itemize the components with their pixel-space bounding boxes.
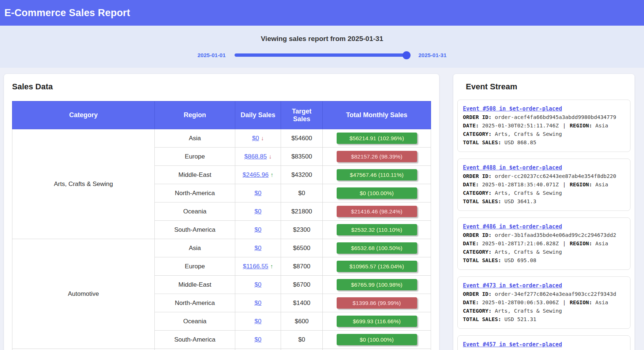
daily-sales-link[interactable]: $0 [252, 135, 259, 142]
target-sales-cell: $600 [281, 312, 323, 331]
target-sales-cell: $6500 [281, 239, 323, 257]
event-date-region-line: DATE: 2025-01-28T18:35:40.071Z | REGION:… [463, 180, 625, 189]
column-header-region: Region [155, 101, 235, 129]
target-sales-cell: $8700 [281, 257, 323, 276]
monthly-sales-badge: $56214.91 (102.96%) [337, 133, 417, 144]
daily-sales-cell: $0 [235, 184, 281, 202]
trend-up-icon: ↑ [270, 263, 273, 269]
empty-cell [12, 349, 155, 350]
monthly-sales-badge: $0 (100.00%) [337, 187, 417, 199]
monthly-sales-badge: $699.93 (116.66%) [337, 316, 417, 327]
trend-down-icon: ↓ [261, 135, 264, 141]
total-sales-label: TOTAL SALES: [463, 316, 501, 322]
target-sales-cell: $6700 [281, 276, 323, 294]
column-header-daily-sales: Daily Sales [235, 101, 281, 129]
date-label: DATE: [463, 182, 479, 187]
column-header-category: Category [12, 101, 155, 129]
event-link[interactable]: Event #473 in $et-order-placed [463, 282, 562, 290]
event-total-sales-line: TOTAL SALES: USD 521.31 [463, 315, 625, 324]
event-link[interactable]: Event #486 in $et-order-placed [463, 223, 562, 231]
slider-heading: Viewing sales report from 2025-01-31 [0, 26, 644, 43]
monthly-sales-cell: $47567.46 (110.11%) [323, 166, 431, 184]
daily-sales-link[interactable]: $2465.96 [243, 171, 269, 178]
daily-sales-link[interactable]: $1166.55 [243, 263, 269, 270]
daily-sales-link[interactable]: $0 [255, 245, 262, 252]
total-sales-label: TOTAL SALES: [463, 198, 501, 204]
column-header-target-sales: Target Sales [281, 101, 323, 129]
event-category-line: CATEGORY: Arts, Crafts & Sewing [463, 130, 625, 138]
target-sales-cell: $54600 [281, 129, 323, 148]
region-cell: Europe [155, 257, 235, 276]
event-date-region-line: DATE: 2025-01-28T17:21:06.828Z | REGION:… [463, 239, 625, 248]
event-total-sales-line: TOTAL SALES: USD 3641.3 [463, 197, 625, 206]
monthly-sales-badge: $10965.57 (126.04%) [337, 261, 417, 272]
event-stream-panel: Event Stream Event #508 in $et-order-pla… [453, 74, 634, 350]
separator: | [562, 241, 567, 246]
category-cell: Automotive [12, 239, 155, 349]
daily-sales-cell: $0 [235, 202, 281, 221]
date-slider[interactable] [235, 53, 410, 57]
slider-min-label: 2025-01-01 [198, 52, 226, 58]
daily-sales-cell: $0↓ [235, 129, 281, 148]
monthly-sales-cell: $0 (100.00%) [323, 331, 431, 349]
daily-sales-cell: $0 [235, 331, 281, 349]
monthly-sales-badge: $0 (100.00%) [337, 334, 417, 345]
region-label: REGION: [570, 182, 592, 187]
event-category-line: CATEGORY: Arts, Crafts & Sewing [463, 189, 625, 197]
order-id-label: ORDER ID: [463, 114, 492, 120]
event-category-line: CATEGORY: Arts, Crafts & Sewing [463, 307, 625, 315]
slider-thumb[interactable] [402, 51, 411, 59]
event-card: Event #508 in $et-order-placedORDER ID: … [457, 100, 630, 152]
table-row: Arts, Crafts & SewingAsia$0↓$54600$56214… [12, 129, 431, 148]
monthly-sales-badge: $6765.99 (100.98%) [337, 279, 417, 290]
event-card: Event #488 in $et-order-placedORDER ID: … [457, 159, 630, 211]
order-id-label: ORDER ID: [463, 291, 492, 297]
empty-cell [155, 349, 235, 350]
region-cell: Oceania [155, 202, 235, 221]
daily-sales-cell: $868.85↓ [235, 148, 281, 166]
category-label: CATEGORY: [463, 249, 492, 255]
date-slider-row: 2025-01-01 2025-01-31 [0, 52, 644, 58]
monthly-sales-badge: $2532.32 (110.10%) [337, 224, 417, 235]
event-link[interactable]: Event #488 in $et-order-placed [463, 164, 562, 172]
daily-sales-cell: $0 [235, 294, 281, 312]
empty-cell [281, 349, 323, 350]
event-order-id-line: ORDER ID: order-3b1faad35bde4e06ad99c2c2… [463, 231, 625, 239]
region-cell: Oceania [155, 312, 235, 331]
daily-sales-link[interactable]: $0 [255, 336, 262, 343]
page-title: E-Commerce Sales Report [4, 7, 130, 19]
separator: | [562, 182, 567, 187]
monthly-sales-cell: $21416.46 (98.24%) [323, 202, 431, 221]
separator: | [562, 299, 567, 305]
empty-cell [323, 349, 431, 350]
region-cell: South-America [155, 331, 235, 349]
category-label: CATEGORY: [463, 190, 492, 196]
daily-sales-link[interactable]: $0 [255, 299, 262, 306]
date-label: DATE: [463, 123, 479, 129]
event-date-region-line: DATE: 2025-01-30T02:51:11.746Z | REGION:… [463, 122, 625, 130]
target-sales-cell: $0 [281, 331, 323, 349]
target-sales-cell: $1400 [281, 294, 323, 312]
event-link[interactable]: Event #457 in $et-order-placed [463, 340, 562, 349]
daily-sales-link[interactable]: $0 [255, 208, 262, 215]
event-total-sales-line: TOTAL SALES: USD 695.08 [463, 256, 625, 265]
app-header: E-Commerce Sales Report [0, 0, 644, 26]
event-category-line: CATEGORY: Arts, Crafts & Sewing [463, 248, 625, 256]
daily-sales-link[interactable]: $0 [255, 318, 262, 325]
monthly-sales-cell: $1399.86 (99.99%) [323, 294, 431, 312]
region-cell: South-America [155, 221, 235, 239]
event-order-id-line: ORDER ID: order-cc20237cc62443ee87ab4e35… [463, 172, 625, 180]
daily-sales-link[interactable]: $0 [255, 226, 262, 233]
daily-sales-link[interactable]: $868.85 [244, 153, 267, 160]
event-link[interactable]: Event #508 in $et-order-placed [463, 105, 562, 113]
region-label: REGION: [570, 299, 592, 305]
event-card: Event #473 in $et-order-placedORDER ID: … [457, 276, 630, 329]
empty-cell [235, 349, 281, 350]
daily-sales-link[interactable]: $0 [255, 190, 262, 197]
daily-sales-link[interactable]: $0 [255, 281, 262, 288]
category-label: CATEGORY: [463, 131, 492, 137]
event-order-id-line: ORDER ID: order-acef4fa66bd945a3abdd9980… [463, 113, 625, 122]
monthly-sales-cell: $82157.26 (98.39%) [323, 148, 431, 166]
sales-data-panel: Sales Data CategoryRegionDaily SalesTarg… [4, 74, 439, 350]
monthly-sales-cell: $6532.68 (100.50%) [323, 239, 431, 257]
